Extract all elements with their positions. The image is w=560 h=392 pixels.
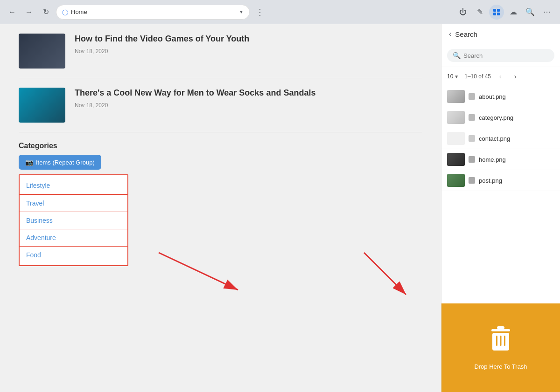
file-item-category[interactable]: category.png [441,107,560,128]
file-name-contact: contact.png [479,135,510,142]
svg-rect-2 [493,13,496,15]
svg-rect-3 [497,13,500,15]
browser-menu-button[interactable]: ⋮ [253,6,266,19]
category-item-travel[interactable]: Travel [20,195,127,212]
svg-rect-11 [500,336,502,346]
back-button[interactable]: ← [6,6,19,19]
search-toolbar-button[interactable]: 🔍 [523,5,538,20]
article-thumbnail [19,88,65,123]
file-thumb-small-category [469,114,475,121]
browser-chrome: ← → ↻ ◯ Home ▼ ⋮ ⏻ ✎ ☁ 🔍 ⋯ [0,0,560,24]
file-thumbnail-contact [447,132,465,145]
sidebar: ‹ Search 🔍 10 ▼ 1–10 of 45 ‹ › a [441,24,560,392]
browser-toolbar: ⏻ ✎ ☁ 🔍 ⋯ [455,5,554,20]
file-name-post: post.png [479,177,502,184]
search-input-wrap: 🔍 [441,44,560,67]
repeat-group-icon: 📷 [25,158,33,166]
article-date: Nov 18, 2020 [75,102,422,109]
forward-button[interactable]: → [22,6,35,19]
url-text: Home [71,8,236,15]
main-layout: How to Find the Video Games of Your Yout… [0,24,560,392]
favicon-icon: ◯ [62,9,68,15]
per-page-select[interactable]: 10 ▼ [447,73,459,80]
refresh-button[interactable]: ↻ [39,6,52,19]
content-area: How to Find the Video Games of Your Yout… [0,24,441,392]
category-item-food[interactable]: Food [20,247,127,263]
file-name-home: home.png [479,156,506,163]
address-chevron-icon: ▼ [239,9,244,14]
file-thumb-small-home [469,156,475,163]
file-name-category: category.png [479,114,513,121]
category-item-business[interactable]: Business [20,212,127,229]
file-thumb-small-post [469,177,475,184]
categories-label: Categories [19,142,422,150]
edit-button[interactable]: ✎ [472,5,487,20]
search-input[interactable] [463,52,549,59]
file-thumb-small-about [469,93,475,100]
svg-rect-1 [497,9,500,12]
file-name-about: about.png [479,93,506,100]
per-page-value: 10 [447,73,453,80]
article-thumbnail [19,34,65,69]
file-item-about[interactable]: about.png [441,86,560,107]
file-thumbnail-about [447,90,465,103]
article-date: Nov 18, 2020 [75,48,422,55]
address-bar[interactable]: ◯ Home ▼ [56,5,250,20]
per-page-caret-icon: ▼ [454,74,459,79]
search-input-inner: 🔍 [447,49,554,62]
file-thumb-small-contact [469,135,475,142]
file-item-contact[interactable]: contact.png [441,128,560,149]
article-title: There's a Cool New Way for Men to Wear S… [75,88,422,98]
file-item-home[interactable]: home.png [441,149,560,170]
svg-rect-12 [504,336,505,346]
page-range: 1–10 of 45 [464,73,491,80]
categories-section: Categories 📷 Items (Repeat Group) Lifest… [19,132,422,275]
repeat-group-button[interactable]: 📷 Items (Repeat Group) [19,155,101,170]
pagination-bar: 10 ▼ 1–10 of 45 ‹ › [441,67,560,86]
search-panel-title: Search [455,30,477,38]
trash-icon [488,325,514,358]
categories-list: Lifestyle Travel Business Adventure Food [19,174,128,266]
search-panel-header: ‹ Search [441,24,560,44]
category-item-adventure[interactable]: Adventure [20,229,127,247]
prev-page-button[interactable]: ‹ [495,71,506,82]
svg-rect-0 [493,9,496,12]
article-info: How to Find the Video Games of Your Yout… [75,34,422,69]
repeat-group-label: Items (Repeat Group) [36,159,95,166]
article-item: There's a Cool New Way for Men to Wear S… [19,78,422,132]
svg-rect-7 [491,329,510,331]
search-back-button[interactable]: ‹ [449,30,451,38]
file-thumbnail-post [447,174,465,187]
svg-rect-8 [497,326,504,329]
drop-trash-label: Drop Here To Trash [474,363,527,370]
file-item-post[interactable]: post.png [441,170,560,191]
file-thumbnail-category [447,111,465,124]
category-item-lifestyle[interactable]: Lifestyle [20,177,127,195]
power-button[interactable]: ⏻ [455,5,470,20]
search-icon: 🔍 [453,52,461,59]
drop-trash-zone[interactable]: Drop Here To Trash [441,303,560,392]
svg-rect-10 [496,336,497,346]
article-title: How to Find the Video Games of Your Yout… [75,34,422,44]
grid-button[interactable] [489,5,504,20]
next-page-button[interactable]: › [510,71,521,82]
cloud-button[interactable]: ☁ [506,5,521,20]
apps-button[interactable]: ⋯ [539,5,554,20]
file-thumbnail-home [447,153,465,166]
article-item: How to Find the Video Games of Your Yout… [19,24,422,78]
article-info: There's a Cool New Way for Men to Wear S… [75,88,422,123]
